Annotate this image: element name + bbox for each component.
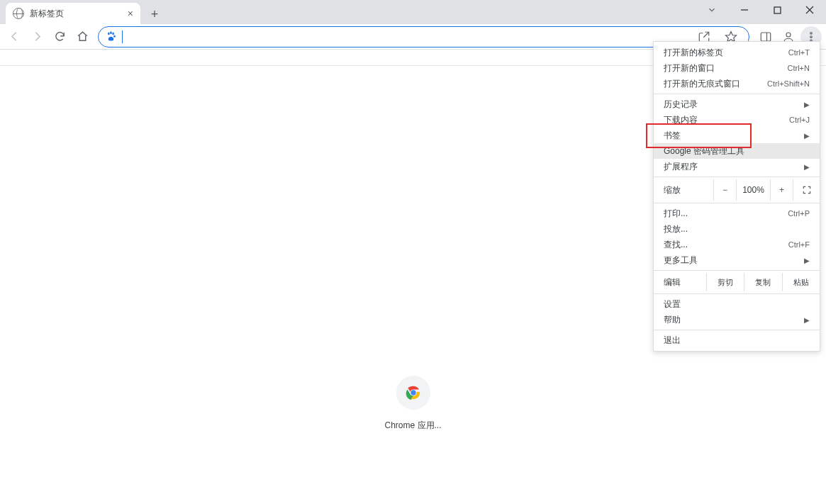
menu-zoom-row: 缩放 − 100% +	[654, 179, 820, 201]
edit-cut-button[interactable]: 剪切	[706, 273, 744, 291]
menu-separator	[654, 270, 820, 271]
chevron-right-icon: ▶	[804, 132, 810, 140]
chevron-right-icon: ▶	[804, 101, 810, 108]
menu-password-manager[interactable]: Google 密码管理工具	[654, 143, 820, 159]
menu-shortcut: Ctrl+Shift+N	[767, 79, 810, 88]
window-controls	[696, 0, 826, 20]
edit-copy-button[interactable]: 复制	[744, 273, 781, 291]
menu-history[interactable]: 历史记录 ▶	[654, 96, 820, 112]
menu-settings[interactable]: 设置	[654, 296, 820, 312]
menu-label: 打开新的标签页	[664, 47, 723, 59]
window-maximize-button[interactable]	[761, 0, 793, 20]
menu-more-tools[interactable]: 更多工具 ▶	[654, 252, 820, 268]
menu-shortcut: Ctrl+P	[788, 209, 810, 218]
menu-label: 历史记录	[664, 99, 698, 111]
svg-marker-8	[726, 31, 737, 41]
menu-shortcut: Ctrl+N	[788, 64, 810, 72]
menu-label: 投放...	[664, 223, 688, 235]
tab-newtab[interactable]: 新标签页 ×	[6, 3, 140, 24]
globe-icon	[13, 8, 24, 19]
menu-label: 编辑	[654, 276, 706, 289]
zoom-in-button[interactable]: +	[770, 179, 793, 201]
shortcut-label: Chrome 应用...	[384, 420, 441, 432]
menu-label: Google 密码管理工具	[664, 145, 744, 157]
menu-label: 打开新的窗口	[664, 62, 715, 74]
menu-separator	[654, 203, 820, 203]
menu-label: 书签	[664, 130, 681, 142]
menu-new-tab[interactable]: 打开新的标签页 Ctrl+T	[654, 45, 820, 60]
window-close-button[interactable]	[793, 0, 826, 20]
chevron-right-icon: ▶	[804, 316, 810, 324]
menu-separator	[654, 94, 820, 94]
svg-point-5	[110, 31, 112, 34]
menu-shortcut: Ctrl+J	[789, 116, 810, 124]
menu-label: 退出	[664, 335, 681, 347]
svg-rect-9	[761, 33, 771, 41]
menu-new-window[interactable]: 打开新的窗口 Ctrl+N	[654, 60, 820, 76]
menu-separator	[654, 177, 820, 177]
chevron-right-icon: ▶	[804, 163, 810, 171]
menu-downloads[interactable]: 下载内容 Ctrl+J	[654, 112, 820, 128]
new-tab-button[interactable]: +	[145, 4, 164, 24]
menu-label: 查找...	[664, 239, 688, 251]
svg-point-4	[108, 32, 110, 35]
svg-point-15	[411, 390, 415, 395]
menu-help[interactable]: 帮助 ▶	[654, 312, 820, 327]
menu-print[interactable]: 打印... Ctrl+P	[654, 206, 820, 221]
menu-extensions[interactable]: 扩展程序 ▶	[654, 159, 820, 174]
window-chevron-icon[interactable]	[696, 0, 728, 20]
menu-label: 打开新的无痕式窗口	[664, 78, 740, 90]
menu-exit[interactable]: 退出	[654, 332, 820, 348]
menu-label: 缩放	[654, 184, 713, 196]
svg-point-11	[786, 33, 791, 37]
zoom-out-button[interactable]: −	[713, 179, 736, 201]
svg-rect-1	[774, 7, 781, 13]
fullscreen-button[interactable]	[793, 179, 820, 201]
menu-separator	[654, 293, 820, 294]
address-bar[interactable]	[98, 26, 749, 47]
menu-label: 扩展程序	[664, 161, 698, 173]
chrome-apps-icon	[396, 376, 430, 410]
back-button[interactable]	[4, 27, 24, 47]
window-minimize-button[interactable]	[728, 0, 761, 20]
text-cursor	[122, 30, 123, 43]
menu-label: 打印...	[664, 208, 688, 220]
menu-label: 下载内容	[664, 114, 698, 126]
edit-paste-button[interactable]: 粘贴	[782, 273, 820, 291]
reload-button[interactable]	[50, 27, 69, 47]
tab-title: 新标签页	[30, 8, 64, 20]
menu-label: 设置	[664, 298, 681, 310]
svg-point-7	[113, 35, 116, 37]
svg-point-13	[810, 35, 813, 38]
chevron-right-icon: ▶	[804, 257, 810, 264]
menu-find[interactable]: 查找... Ctrl+F	[654, 237, 820, 252]
svg-point-6	[112, 32, 114, 35]
menu-label: 更多工具	[664, 254, 698, 267]
shortcut-chrome-apps[interactable]: Chrome 应用...	[384, 376, 441, 432]
menu-bookmarks[interactable]: 书签 ▶	[654, 128, 820, 143]
close-icon[interactable]: ×	[128, 8, 133, 19]
menu-shortcut: Ctrl+T	[788, 48, 810, 57]
baidu-paw-icon	[106, 30, 116, 43]
menu-separator	[654, 330, 820, 330]
chrome-menu: 打开新的标签页 Ctrl+T 打开新的窗口 Ctrl+N 打开新的无痕式窗口 C…	[653, 41, 820, 352]
menu-shortcut: Ctrl+F	[788, 240, 810, 249]
zoom-value: 100%	[736, 179, 770, 201]
menu-edit-row: 编辑 剪切 复制 粘贴	[654, 273, 820, 291]
menu-cast[interactable]: 投放...	[654, 221, 820, 237]
menu-new-incognito[interactable]: 打开新的无痕式窗口 Ctrl+Shift+N	[654, 76, 820, 91]
forward-button[interactable]	[27, 27, 47, 47]
omnibox-input[interactable]	[128, 31, 688, 43]
svg-point-12	[810, 32, 813, 34]
home-button[interactable]	[72, 27, 92, 47]
menu-label: 帮助	[664, 314, 681, 326]
